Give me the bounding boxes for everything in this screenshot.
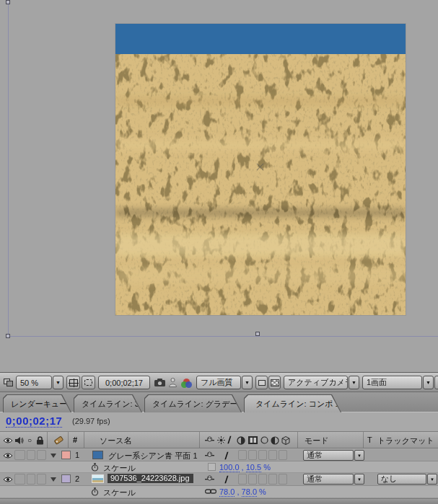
- camera-view-dropdown-arrow[interactable]: ▼: [349, 376, 359, 389]
- layer-label-color[interactable]: [61, 474, 71, 483]
- safe-margins-icon[interactable]: [66, 376, 80, 389]
- scale-y-value[interactable]: 10.5: [246, 463, 261, 472]
- video-column-icon: [3, 437, 13, 444]
- scale-value[interactable]: 78.0 , 78.0 %: [219, 487, 266, 496]
- snapshot-icon[interactable]: [154, 379, 165, 386]
- mode-select[interactable]: 通常: [303, 450, 354, 461]
- audio-column-icon: [15, 436, 24, 445]
- tab-render-queue[interactable]: レンダーキュー: [3, 394, 71, 412]
- scale-x-value[interactable]: 100.0: [219, 463, 240, 472]
- view-layout-value: 1画面: [367, 377, 387, 388]
- index-column-label: #: [73, 436, 77, 444]
- toolbar-timecode: 0;00;02;17: [105, 379, 143, 387]
- mode-dropdown-arrow[interactable]: ▼: [354, 450, 364, 461]
- layer-name[interactable]: 907536_24223628.jpg: [108, 474, 193, 483]
- timeline-framerate: (29.97 fps): [72, 417, 110, 425]
- collapse-column-icon: [217, 436, 225, 444]
- property-name[interactable]: スケール: [103, 487, 136, 498]
- track-matte-dropdown-arrow[interactable]: ▼: [427, 474, 437, 485]
- timeline-column-header: ○ # ソース名 /: [0, 431, 438, 448]
- scale-value[interactable]: 100.0 , 10.5 %: [219, 463, 271, 472]
- mode-column-label[interactable]: モード: [305, 436, 329, 446]
- eye-icon[interactable]: [3, 452, 13, 459]
- scale-separator: ,: [242, 463, 244, 472]
- composition-image[interactable]: [115, 24, 406, 315]
- source-name-column-label[interactable]: ソース名: [100, 436, 132, 446]
- transparency-grid-icon[interactable]: [268, 376, 281, 389]
- anchor-point-marker[interactable]: [256, 163, 264, 171]
- tab-label: タイムライン: 3D: [82, 399, 145, 410]
- scale-unit: %: [263, 463, 271, 472]
- bounds-handle-bottom-left[interactable]: [6, 334, 10, 338]
- track-matte-select[interactable]: なし: [377, 474, 426, 485]
- tab-timeline-comp1[interactable]: タイムライン: コンポ 1 ×: [244, 394, 341, 412]
- bounds-handle-top-left[interactable]: [6, 0, 10, 4]
- layer-row-2[interactable]: 2 907536_24223628.jpg / 通常 ▼ なし ▼: [0, 473, 438, 486]
- mode-dropdown-arrow[interactable]: ▼: [354, 474, 364, 485]
- current-time-button[interactable]: 0;00;02;17: [98, 376, 150, 389]
- track-matte-column-label[interactable]: トラックマット: [377, 436, 434, 446]
- tab-timeline-3d[interactable]: タイムライン: 3D: [74, 394, 142, 412]
- scale-y-value[interactable]: 78.0: [242, 487, 257, 497]
- timeline-current-time[interactable]: 0;00;02;17: [6, 415, 62, 428]
- effect-column-icon: [237, 436, 245, 445]
- eye-icon[interactable]: [3, 476, 13, 483]
- mode-value: 通常: [307, 474, 323, 485]
- resolution-value: フル画質: [201, 377, 233, 388]
- quality-toggle[interactable]: /: [224, 450, 229, 461]
- camera-view-select[interactable]: アクティブカメラ: [284, 376, 348, 389]
- layer-name[interactable]: グレー系シアン青 平面 1: [108, 451, 198, 461]
- resolution-dropdown-arrow[interactable]: ▼: [242, 376, 253, 389]
- t-column-label: T: [367, 436, 372, 444]
- shy-toggle-icon[interactable]: [205, 475, 214, 483]
- pixel-aspect-icon[interactable]: [434, 376, 438, 389]
- dropdown-arrow-icon: ▼: [351, 380, 356, 385]
- always-preview-icon[interactable]: [4, 379, 13, 386]
- layer-bounds-bottom-edge: [8, 336, 438, 337]
- layer-index: 2: [75, 474, 79, 483]
- dropdown-arrow-icon: ▼: [56, 380, 61, 385]
- expand-triangle[interactable]: [51, 454, 56, 458]
- tab-label: タイムライン: コンポ 1: [255, 399, 340, 410]
- shy-toggle-icon[interactable]: [205, 451, 214, 459]
- quality-column-icon: /: [227, 434, 232, 446]
- camera-view-value: アクティブカメラ: [288, 377, 348, 388]
- magnification-value: 50 %: [20, 379, 38, 387]
- tab-timeline-gradient[interactable]: タイムライン: グラデーション: [144, 394, 242, 412]
- scale-x-value[interactable]: 78.0: [219, 487, 235, 497]
- motion-blur-column-icon: [260, 436, 268, 444]
- show-snapshot-icon[interactable]: [169, 378, 177, 387]
- magnification-dropdown-arrow[interactable]: ▼: [53, 376, 63, 389]
- layer-index: 1: [75, 451, 79, 459]
- region-of-interest-icon[interactable]: [82, 376, 95, 389]
- mode-select[interactable]: 通常: [303, 474, 354, 485]
- property-name[interactable]: スケール: [103, 463, 136, 474]
- viewer-toolbar: 50 % ▼ 0;00;02;17 フル画質 ▼ アクティブカメラ ▼: [0, 372, 438, 392]
- layer-1-scale-row[interactable]: スケール 100.0 , 10.5 %: [0, 461, 438, 473]
- tab-close-icon[interactable]: ×: [345, 399, 349, 408]
- magnification-select[interactable]: 50 %: [16, 376, 52, 389]
- layer-label-color[interactable]: [61, 451, 71, 459]
- layer-row-1[interactable]: 1 グレー系シアン青 平面 1 / 通常 ▼: [0, 449, 438, 461]
- scale-unit: %: [259, 487, 266, 496]
- label-column-icon: [53, 436, 64, 445]
- shy-column-icon: [205, 436, 214, 444]
- scale-separator: ,: [237, 487, 239, 496]
- view-layout-dropdown-arrow[interactable]: ▼: [423, 376, 434, 389]
- stopwatch-icon[interactable]: [91, 463, 99, 472]
- expand-triangle[interactable]: [51, 477, 56, 482]
- show-channel-icon[interactable]: [181, 379, 192, 388]
- stopwatch-icon[interactable]: [91, 487, 99, 496]
- dropdown-arrow-icon: ▼: [357, 454, 362, 458]
- view-layout-select[interactable]: 1画面: [362, 376, 422, 389]
- composition-viewer[interactable]: [0, 0, 438, 372]
- mode-value: 通常: [307, 450, 323, 461]
- dropdown-arrow-icon: ▼: [357, 477, 362, 482]
- link-icon[interactable]: [205, 488, 216, 495]
- constrain-checkbox[interactable]: [208, 463, 216, 471]
- layer-2-scale-row[interactable]: スケール 78.0 , 78.0 %: [0, 486, 438, 498]
- quality-toggle[interactable]: /: [224, 474, 229, 485]
- resolution-select[interactable]: フル画質: [196, 376, 241, 389]
- bounds-handle-bottom-center[interactable]: [255, 332, 260, 336]
- mask-visibility-icon[interactable]: [255, 376, 268, 389]
